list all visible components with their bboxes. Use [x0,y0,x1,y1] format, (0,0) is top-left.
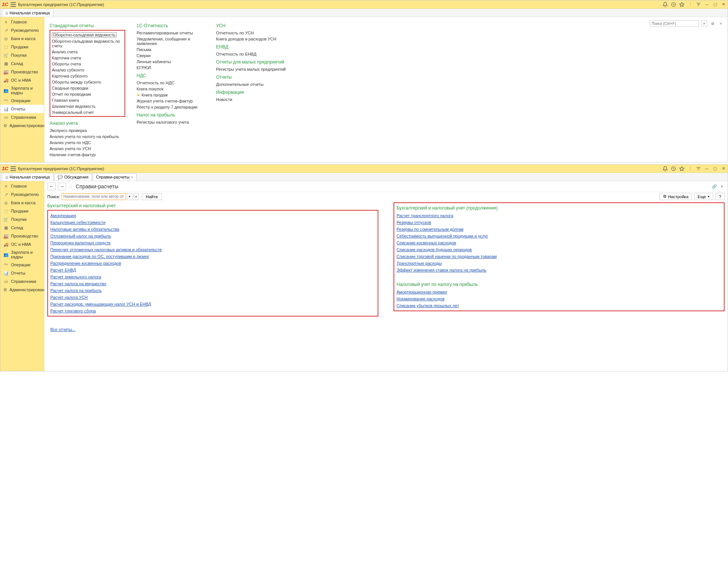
sidebar-item-warehouse[interactable]: ▦Склад [0,59,44,68]
link-regulated[interactable]: Регламентированные отчеты [137,30,205,36]
sidebar2-purchases[interactable]: 🛒Покупки [0,215,44,224]
search-dropdown-button[interactable]: ▼ [127,193,132,200]
sidebar-item-purchases[interactable]: 🛒Покупки [0,51,44,59]
link-tax-registers[interactable]: Регистры налогового учета [137,119,205,125]
link-small-registers[interactable]: Регистры учета малых предприятий [216,66,292,72]
link-letters[interactable]: Письма [137,47,205,53]
link-egrul[interactable]: ЕГРЮЛ [137,65,205,71]
link-trade-fee[interactable]: Расчет торгового сбора [50,307,375,314]
sidebar2-sales[interactable]: ⬚Продажи [0,207,44,215]
link-entries-report[interactable]: Отчет по проводкам [52,91,123,97]
link-expense-norming[interactable]: Нормирование расходов [397,295,722,302]
link-express-check[interactable]: Экспресс-проверка [50,127,125,134]
sidebar2-reports[interactable]: 📊Отчеты [0,269,44,277]
settings-icon[interactable]: ⚙ [709,20,716,26]
close-icon[interactable]: ✕ [721,2,726,7]
link-doubtful-reserves[interactable]: Резервы по сомнительным долгам [397,226,722,233]
link-section7-registry[interactable]: Реестр к разделу 7 декларации [137,104,205,110]
tab-home-2[interactable]: Начальная страница [2,173,53,181]
link-invoices-presence[interactable]: Наличие счетов-фактур [50,152,125,158]
link-account-card[interactable]: Карточка счета [52,55,123,61]
link-general-ledger[interactable]: Главная книга [52,97,123,103]
dots-icon-2[interactable]: ⋮ [688,166,693,171]
link-subconto-card[interactable]: Карточка субконто [52,73,123,79]
find-button[interactable]: Найти [142,193,162,200]
link-nds-analysis[interactable]: Анализ учета по НДС [50,140,125,146]
history-icon[interactable] [671,2,676,7]
link-chess-sheet[interactable]: Шахматная ведомость [52,103,123,109]
history-icon-2[interactable] [671,166,676,171]
link-purchase-book[interactable]: Книга покупок [137,86,205,92]
link-osv-account[interactable]: Оборотно-сальдовая ведомость по счету [52,38,123,49]
link-icon[interactable]: 🔗 [712,184,717,189]
sidebar2-warehouse[interactable]: ▦Склад [0,224,44,232]
link-deferred-recalc[interactable]: Пересчет отложенных налоговых активов и … [50,246,375,253]
filter-icon[interactable] [696,2,701,7]
sidebar2-manager[interactable]: ↗Руководителю [0,190,44,199]
close-panel-icon[interactable]: × [718,20,724,26]
link-subconto-turnover[interactable]: Обороты между субконто [52,79,123,85]
link-reconciliations[interactable]: Сверки [137,53,205,59]
sidebar-item-operations[interactable]: ᴬⁿОперации [0,96,44,105]
tab-close-icon[interactable]: × [131,175,133,179]
search-input[interactable] [650,20,699,27]
sidebar-item-salary[interactable]: 👥Зарплата и кадры [0,84,44,96]
back-button[interactable]: ← [47,183,56,190]
link-additional-reports[interactable]: Дополнительные отчеты [216,81,292,87]
link-indirect-distrib[interactable]: Распределение косвенных расходов [50,260,375,267]
minimize-icon-2[interactable]: ─ [704,166,709,171]
bell-icon-2[interactable] [663,166,668,171]
close-content-icon[interactable]: × [719,184,725,189]
all-reports-link[interactable]: Все отчеты... [47,326,79,333]
sidebar2-salary[interactable]: 👥Зарплата и кадры [0,248,44,261]
link-land-tax[interactable]: Расчет земельного налога [50,273,375,280]
link-rate-change-effect[interactable]: Эффект изменения ставок налога на прибыл… [397,267,722,273]
link-cost-calculation[interactable]: Калькуляция себестоимости [50,219,375,226]
star-icon-2[interactable] [679,166,684,171]
tab-spravki[interactable]: Справки-расчеты× [93,173,137,180]
link-universal-report[interactable]: Универсальный отчет [52,109,123,115]
link-transport-expenses[interactable]: Транспортные расходы [397,260,722,267]
favorite-icon[interactable]: ☆ [68,183,73,189]
link-production-cost[interactable]: Себестоимость выпущенной продукции и усл… [397,233,722,239]
link-profit-tax-analysis[interactable]: Анализ учета по налогу на прибыль [50,134,125,140]
sidebar-item-bank[interactable]: ◎Банк и касса [0,34,44,43]
link-depreciation-bonus[interactable]: Амортизационная премия [397,289,722,295]
link-news[interactable]: Новости [216,96,292,102]
link-indirect-writeoff[interactable]: Списание косвенных расходов [397,239,722,246]
maximize-icon-2[interactable]: ▢ [712,166,718,171]
sidebar-item-assets[interactable]: 🚚ОС и НМА [0,76,44,84]
link-nds-reporting[interactable]: Отчетность по НДС [137,80,205,86]
sidebar-item-manager[interactable]: ↗Руководителю [0,26,44,34]
dots-icon[interactable]: ⋮ [688,2,693,7]
link-future-expenses[interactable]: Списание расходов будущих периодов [397,246,722,253]
hamburger-icon-2[interactable] [11,166,16,171]
sidebar2-main[interactable]: ≡Главное [0,182,44,190]
search-clear-button[interactable]: × [701,20,707,26]
sidebar2-operations[interactable]: ᴬⁿОперации [0,261,44,269]
link-usn-analysis[interactable]: Анализ учета по УСН [50,146,125,152]
more-button[interactable]: Еще▼ [694,193,713,200]
link-notifications[interactable]: Уведомления, сообщения и заявления [137,36,205,47]
forward-button[interactable]: → [58,183,66,190]
tab-discussions[interactable]: 💬Обсуждения [54,173,92,181]
sidebar2-admin[interactable]: ⚙Администрирование [0,286,44,294]
link-account-turnover[interactable]: Обороты счета [52,61,123,67]
link-profit-tax-calc[interactable]: Расчет налога на прибыль [50,287,375,294]
link-usn-book[interactable]: Книга доходов и расходов УСН [216,36,292,42]
sidebar-item-reports[interactable]: 📊Отчеты [0,105,44,113]
link-invoice-journal[interactable]: Журнал учета счетов-фактур [137,98,205,104]
star-icon[interactable] [679,2,684,7]
sidebar-item-directories[interactable]: ▭Справочники [0,113,44,121]
link-tax-assets[interactable]: Налоговые активы и обязательства [50,226,375,233]
link-transport-tax[interactable]: Расчет транспортного налога [397,212,722,219]
link-envd-reporting[interactable]: Отчетность по ЕНВД [216,51,292,57]
hamburger-icon[interactable] [11,2,16,7]
link-usn-tax-calc[interactable]: Расчет налога УСН [50,294,375,301]
link-envd-calc[interactable]: Расчет ЕНВД [50,267,375,273]
sidebar2-production[interactable]: 🏭Производство [0,232,44,240]
link-markup-writeoff[interactable]: Списание торговой наценки по проданным т… [397,253,722,260]
filter-icon-2[interactable] [696,166,701,171]
minimize-icon[interactable]: ─ [704,2,709,7]
report-search-input[interactable] [62,193,126,200]
